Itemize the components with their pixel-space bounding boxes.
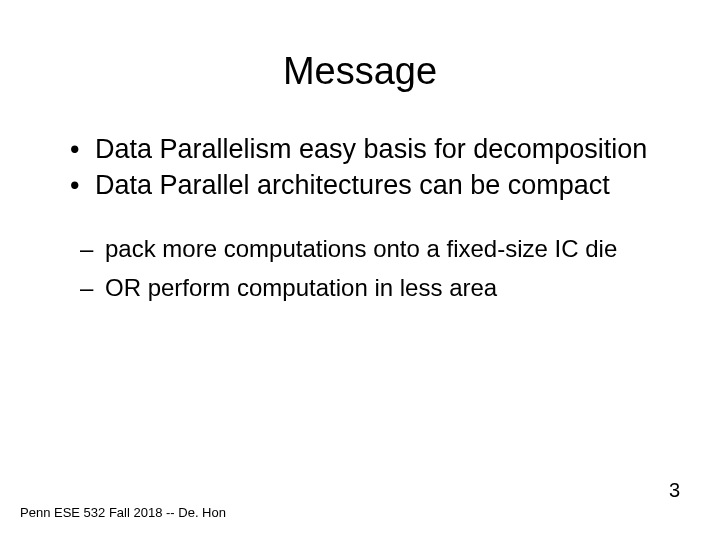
page-number: 3 <box>669 479 680 502</box>
footer-text: Penn ESE 532 Fall 2018 -- De. Hon <box>20 505 226 520</box>
slide-title: Message <box>50 50 670 93</box>
sub-bullet-item: OR perform computation in less area <box>80 272 670 303</box>
sub-bullet-item: pack more computations onto a fixed-size… <box>80 233 670 264</box>
slide: Message Data Parallelism easy basis for … <box>0 0 720 540</box>
bullet-item: Data Parallel architectures can be compa… <box>70 169 670 203</box>
bullet-item: Data Parallelism easy basis for decompos… <box>70 133 670 167</box>
bullet-list: Data Parallelism easy basis for decompos… <box>50 133 670 203</box>
sub-bullet-list: pack more computations onto a fixed-size… <box>50 233 670 303</box>
